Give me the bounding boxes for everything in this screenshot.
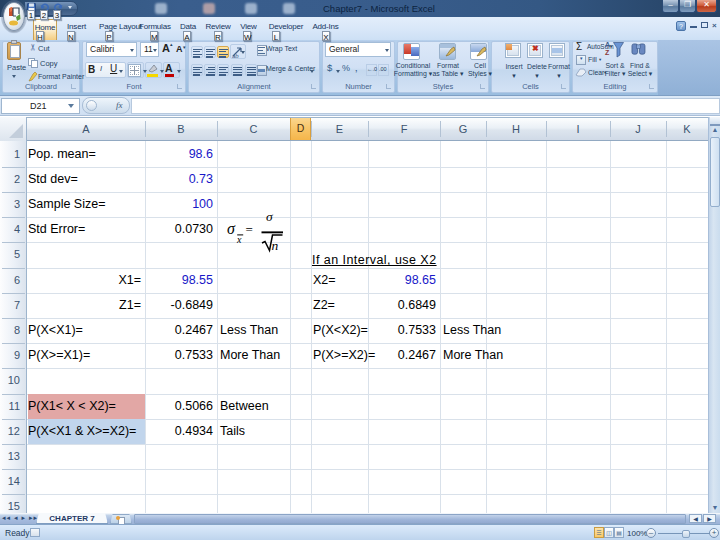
svg-text:n: n xyxy=(272,238,279,253)
svg-text:σ: σ xyxy=(227,220,236,237)
svg-text:=: = xyxy=(246,222,253,237)
svg-text:σ: σ xyxy=(266,209,274,224)
